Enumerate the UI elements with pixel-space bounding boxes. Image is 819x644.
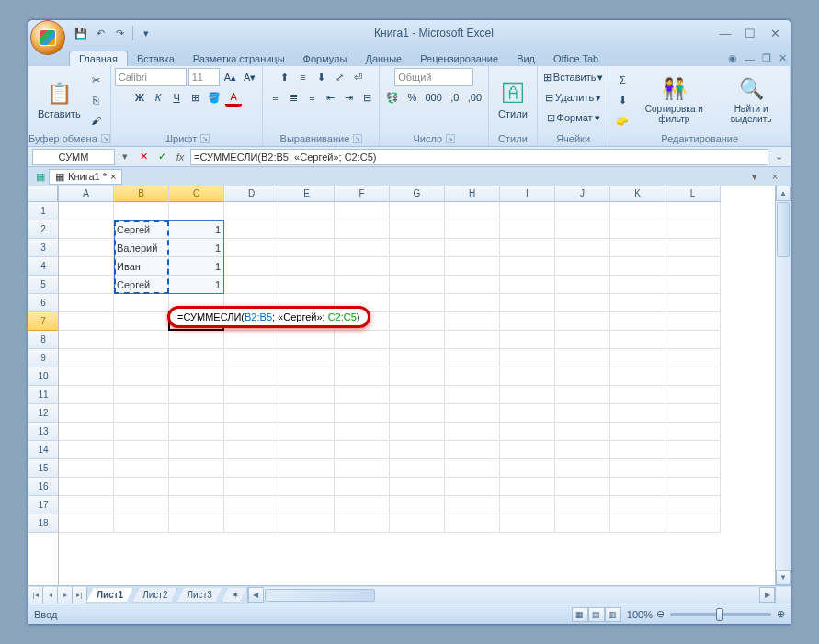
row-header[interactable]: 18 — [28, 514, 58, 533]
alignment-launcher[interactable]: ↘ — [353, 134, 362, 143]
align-bottom-button[interactable]: ⬇ — [313, 68, 329, 86]
row-header[interactable]: 7 — [28, 312, 58, 331]
wrap-text-button[interactable]: ⏎ — [349, 68, 366, 86]
align-middle-button[interactable]: ≡ — [294, 68, 311, 86]
col-header[interactable]: G — [390, 186, 445, 202]
sheet-tab[interactable]: Лист3 — [176, 588, 222, 603]
font-size-combo[interactable]: 11 — [188, 68, 220, 86]
cancel-formula-button[interactable]: ✕ — [135, 149, 152, 165]
zoom-slider[interactable] — [670, 613, 771, 616]
insert-function-button[interactable]: fx — [172, 149, 188, 165]
format-cells-button[interactable]: ⊡ Формат ▾ — [545, 108, 602, 127]
find-select-button[interactable]: 🔍 Найти и выделить — [716, 74, 786, 126]
col-header[interactable]: I — [500, 186, 555, 202]
cell[interactable]: 1 — [169, 257, 224, 276]
cell[interactable]: 1 — [169, 220, 224, 239]
decrease-indent-button[interactable]: ⇤ — [322, 88, 338, 107]
workbook-tab-close-all[interactable]: × — [767, 168, 783, 185]
workbook-tab-close[interactable]: × — [110, 171, 116, 182]
cell[interactable]: Валерий — [114, 239, 169, 257]
cell[interactable]: 1 — [169, 276, 224, 294]
close-button[interactable]: ✕ — [763, 26, 787, 40]
currency-button[interactable]: 💱 — [383, 88, 402, 107]
cell[interactable]: 1 — [169, 239, 224, 257]
row-header[interactable]: 13 — [28, 423, 58, 441]
increase-indent-button[interactable]: ⇥ — [340, 88, 357, 107]
scroll-left-button[interactable]: ◀ — [248, 587, 264, 603]
name-box[interactable]: СУММ — [32, 149, 115, 165]
zoom-handle[interactable] — [716, 608, 723, 621]
number-format-combo[interactable]: Общий — [394, 68, 473, 86]
font-launcher[interactable]: ↘ — [200, 134, 210, 143]
row-header[interactable]: 10 — [28, 367, 58, 386]
percent-button[interactable]: % — [404, 88, 420, 107]
underline-button[interactable]: Ч — [168, 88, 185, 107]
workbook-close[interactable]: ✕ — [775, 51, 791, 66]
bold-button[interactable]: Ж — [131, 88, 148, 107]
copy-button[interactable]: ⎘ — [88, 91, 105, 109]
namebox-dropdown[interactable]: ▾ — [117, 149, 133, 165]
shrink-font-button[interactable]: A▾ — [241, 68, 258, 86]
workbook-restore[interactable]: ❐ — [758, 51, 775, 66]
row-header[interactable]: 15 — [28, 459, 58, 478]
comma-button[interactable]: 000 — [422, 88, 444, 107]
qat-customize[interactable]: ▾ — [138, 25, 154, 41]
paste-button[interactable]: 📋 Вставить — [32, 79, 86, 121]
maximize-button[interactable]: ☐ — [738, 26, 762, 40]
grow-font-button[interactable]: A▴ — [222, 68, 239, 86]
save-button[interactable]: 💾 — [73, 25, 89, 41]
align-center-button[interactable]: ≣ — [285, 88, 301, 107]
workbook-minimize[interactable]: — — [741, 51, 758, 66]
font-color-button[interactable]: A — [225, 88, 242, 107]
tab-page-layout[interactable]: Разметка страницы — [184, 51, 294, 66]
select-all-corner[interactable] — [28, 186, 58, 202]
cell[interactable]: Сергей — [114, 220, 169, 239]
clipboard-launcher[interactable]: ↘ — [101, 134, 110, 143]
minimize-button[interactable]: — — [713, 26, 737, 40]
row-header[interactable]: 5 — [28, 276, 58, 294]
col-header[interactable]: J — [555, 186, 610, 202]
row-header[interactable]: 4 — [28, 257, 58, 276]
fill-color-button[interactable]: 🪣 — [205, 88, 223, 107]
undo-button[interactable]: ↶ — [92, 25, 108, 41]
resize-grip[interactable] — [775, 587, 791, 604]
office-button[interactable] — [30, 20, 65, 55]
sheet-prev-button[interactable]: ◂ — [43, 587, 58, 604]
sheet-first-button[interactable]: |◂ — [28, 587, 43, 604]
format-painter-button[interactable]: 🖌 — [88, 111, 105, 130]
orientation-button[interactable]: ⤢ — [331, 68, 347, 86]
horizontal-scrollbar[interactable]: ◀ ▶ — [247, 587, 775, 604]
zoom-level[interactable]: 100% — [627, 609, 653, 620]
sort-filter-button[interactable]: 👫 Сортировка и фильтр — [633, 74, 714, 126]
cell-edit-overlay[interactable]: =СУММЕСЛИ(B2:B5; «Сергей»; C2:C5) — [167, 306, 370, 328]
row-header[interactable]: 12 — [28, 404, 58, 423]
row-header[interactable]: 6 — [28, 294, 58, 312]
row-header[interactable]: 3 — [28, 239, 58, 257]
sheet-next-button[interactable]: ▸ — [58, 587, 73, 604]
autosum-button[interactable]: Σ — [613, 71, 631, 89]
zoom-out-button[interactable]: ⊖ — [656, 608, 665, 620]
align-right-button[interactable]: ≡ — [303, 88, 320, 107]
fill-button[interactable]: ⬇ — [613, 91, 631, 109]
col-header[interactable]: F — [335, 186, 390, 202]
page-layout-view-button[interactable]: ▤ — [588, 607, 605, 622]
vscroll-thumb[interactable] — [777, 202, 790, 257]
workbook-tab[interactable]: ▦ Книга1 * × — [49, 169, 122, 185]
decrease-decimal-button[interactable]: ,00 — [465, 88, 484, 107]
formula-input[interactable]: =СУММЕСЛИ(B2:B5; «Сергей»; C2:C5) — [190, 149, 768, 165]
tab-home[interactable]: Главная — [69, 51, 128, 66]
row-header[interactable]: 16 — [28, 478, 58, 496]
normal-view-button[interactable]: ▦ — [572, 607, 588, 622]
col-header[interactable]: E — [279, 186, 335, 202]
delete-cells-button[interactable]: ⊟ Удалить ▾ — [543, 88, 603, 107]
row-header[interactable]: 2 — [28, 220, 58, 239]
redo-button[interactable]: ↷ — [111, 25, 128, 41]
clear-button[interactable]: 🧽 — [613, 111, 631, 130]
page-break-view-button[interactable]: ▥ — [605, 607, 621, 622]
col-header[interactable]: C — [169, 186, 224, 202]
col-header[interactable]: H — [445, 186, 500, 202]
scroll-right-button[interactable]: ▶ — [759, 587, 775, 603]
vertical-scrollbar[interactable]: ▲ ▼ — [775, 186, 791, 585]
tab-data[interactable]: Данные — [356, 51, 411, 66]
number-launcher[interactable]: ↘ — [446, 134, 455, 143]
